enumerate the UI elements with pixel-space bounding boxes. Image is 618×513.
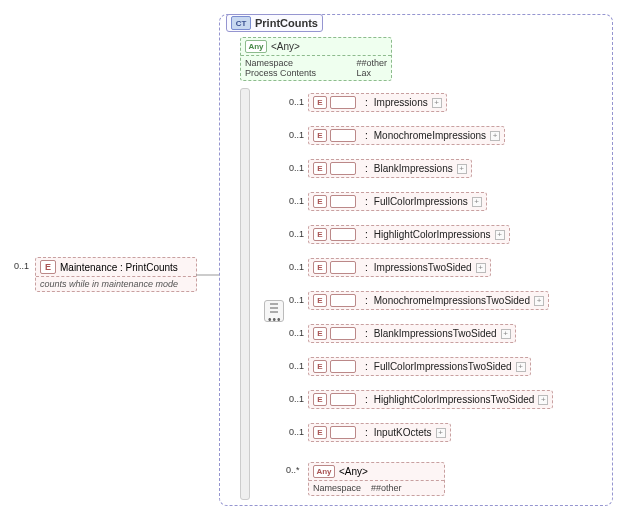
ref-box[interactable]: E:HighlightColorImpressions+ [308, 225, 510, 244]
expand-icon[interactable]: + [495, 230, 505, 240]
element-badge: E [40, 260, 56, 274]
ref-badge [330, 96, 356, 109]
complex-type-header[interactable]: CT PrintCounts [226, 14, 323, 32]
child-name: FullColorImpressions [374, 196, 468, 207]
expand-icon[interactable]: + [436, 428, 446, 438]
element-badge: E [313, 195, 327, 208]
child-occurrence: 0..1 [286, 130, 304, 140]
ref-badge [330, 294, 356, 307]
child-occurrence: 0..1 [286, 361, 304, 371]
expand-icon[interactable]: + [476, 263, 486, 273]
ref-box[interactable]: E:BlankImpressions+ [308, 159, 472, 178]
child-element[interactable]: 0..1E:BlankImpressions+ [286, 159, 472, 178]
root-label: Maintenance : PrintCounts [60, 262, 178, 273]
ct-badge: CT [231, 16, 251, 30]
child-element[interactable]: 0..1E:BlankImpressionsTwoSided+ [286, 324, 516, 343]
element-badge: E [313, 426, 327, 439]
expand-icon[interactable]: + [501, 329, 511, 339]
ref-badge [330, 195, 356, 208]
root-description: counts while in maintenance mode [36, 277, 196, 291]
ref-box[interactable]: E:Impressions+ [308, 93, 447, 112]
bottom-any-occurrence: 0..* [286, 465, 300, 475]
ref-box[interactable]: E:MonochromeImpressions+ [308, 126, 505, 145]
ref-badge [330, 228, 356, 241]
child-name: HighlightColorImpressions [374, 229, 491, 240]
ref-badge [330, 129, 356, 142]
colon: : [365, 295, 368, 306]
ref-box[interactable]: E:FullColorImpressions+ [308, 192, 487, 211]
expand-icon[interactable]: + [534, 296, 544, 306]
ct-title: PrintCounts [255, 17, 318, 29]
any-attribute-box[interactable]: Any <Any> Namespace##other Process Conte… [240, 37, 392, 81]
child-occurrence: 0..1 [286, 427, 304, 437]
element-badge: E [313, 360, 327, 373]
expand-icon[interactable]: + [432, 98, 442, 108]
ref-box[interactable]: E:FullColorImpressionsTwoSided+ [308, 357, 531, 376]
any-title: <Any> [271, 41, 300, 52]
ref-box[interactable]: E:HighlightColorImpressionsTwoSided+ [308, 390, 553, 409]
bottom-any-title: <Any> [339, 466, 368, 477]
child-name: HighlightColorImpressionsTwoSided [374, 394, 535, 405]
colon: : [365, 394, 368, 405]
child-element[interactable]: 0..1E:HighlightColorImpressions+ [286, 225, 510, 244]
root-element[interactable]: E Maintenance : PrintCounts counts while… [35, 257, 197, 292]
child-name: InputKOctets [374, 427, 432, 438]
expand-icon[interactable]: + [538, 395, 548, 405]
element-badge: E [313, 393, 327, 406]
colon: : [365, 328, 368, 339]
child-occurrence: 0..1 [286, 328, 304, 338]
root-occurrence: 0..1 [14, 261, 29, 271]
bottom-any-box[interactable]: Any <Any> Namespace##other [308, 462, 445, 496]
expand-icon[interactable]: + [490, 131, 500, 141]
child-occurrence: 0..1 [286, 295, 304, 305]
child-name: ImpressionsTwoSided [374, 262, 472, 273]
ref-badge [330, 261, 356, 274]
element-badge: E [313, 294, 327, 307]
child-element[interactable]: 0..1E:FullColorImpressions+ [286, 192, 487, 211]
colon: : [365, 130, 368, 141]
child-name: Impressions [374, 97, 428, 108]
child-name: MonochromeImpressions [374, 130, 486, 141]
element-badge: E [313, 162, 327, 175]
colon: : [365, 262, 368, 273]
child-occurrence: 0..1 [286, 163, 304, 173]
ref-box[interactable]: E:ImpressionsTwoSided+ [308, 258, 491, 277]
colon: : [365, 361, 368, 372]
child-element[interactable]: 0..1E:MonochromeImpressions+ [286, 126, 505, 145]
ref-box[interactable]: E:InputKOctets+ [308, 423, 451, 442]
any-badge: Any [245, 40, 267, 53]
child-element[interactable]: 0..1E:Impressions+ [286, 93, 447, 112]
element-badge: E [313, 228, 327, 241]
child-element[interactable]: 0..1E:ImpressionsTwoSided+ [286, 258, 491, 277]
ref-badge [330, 360, 356, 373]
child-element[interactable]: 0..1E:FullColorImpressionsTwoSided+ [286, 357, 531, 376]
ref-badge [330, 393, 356, 406]
child-occurrence: 0..1 [286, 97, 304, 107]
element-badge: E [313, 327, 327, 340]
bottom-any-body: Namespace##other [309, 481, 444, 495]
complex-type-container: CT PrintCounts Any <Any> Namespace##othe… [219, 14, 613, 506]
child-element[interactable]: 0..1E:MonochromeImpressionsTwoSided+ [286, 291, 549, 310]
expand-icon[interactable]: + [516, 362, 526, 372]
ref-badge [330, 426, 356, 439]
element-badge: E [313, 261, 327, 274]
sequence-bar [240, 88, 250, 500]
child-name: FullColorImpressionsTwoSided [374, 361, 512, 372]
element-badge: E [313, 96, 327, 109]
ref-box[interactable]: E:MonochromeImpressionsTwoSided+ [308, 291, 549, 310]
child-name: BlankImpressionsTwoSided [374, 328, 497, 339]
expand-icon[interactable]: + [472, 197, 482, 207]
child-name: MonochromeImpressionsTwoSided [374, 295, 530, 306]
sequence-compositor[interactable]: ••• [264, 300, 284, 322]
child-element[interactable]: 0..1E:HighlightColorImpressionsTwoSided+ [286, 390, 553, 409]
child-occurrence: 0..1 [286, 262, 304, 272]
ref-box[interactable]: E:BlankImpressionsTwoSided+ [308, 324, 516, 343]
child-element[interactable]: 0..1E:InputKOctets+ [286, 423, 451, 442]
expand-icon[interactable]: + [457, 164, 467, 174]
colon: : [365, 427, 368, 438]
colon: : [365, 97, 368, 108]
child-occurrence: 0..1 [286, 229, 304, 239]
colon: : [365, 196, 368, 207]
any-body: Namespace##other Process ContentsLax [241, 56, 391, 80]
element-badge: E [313, 129, 327, 142]
